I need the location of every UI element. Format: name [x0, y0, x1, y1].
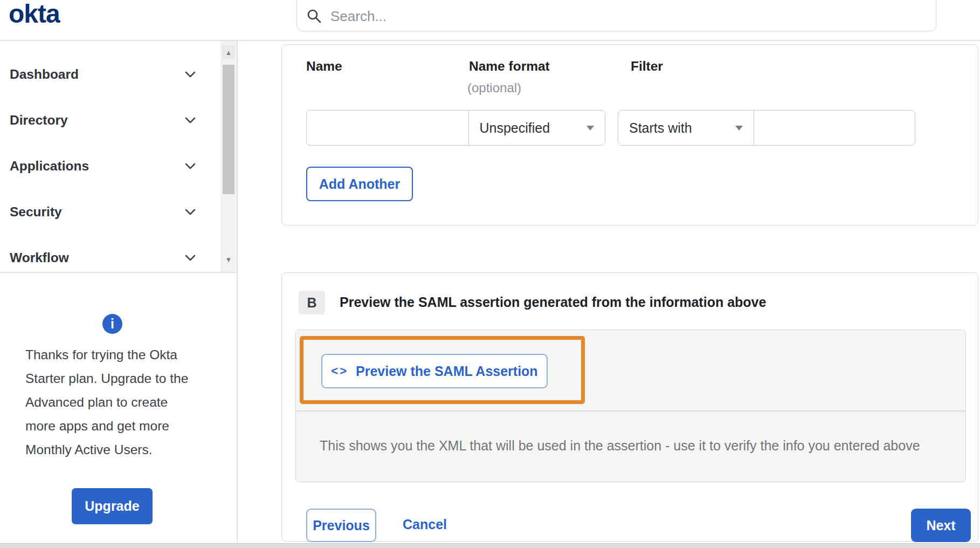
- name-column-label: Name: [306, 59, 342, 74]
- previous-button[interactable]: Previous: [306, 509, 376, 542]
- section-b-title: Preview the SAML assertion generated fro…: [340, 294, 766, 310]
- cancel-link[interactable]: Cancel: [403, 517, 447, 532]
- preview-saml-assertion-button[interactable]: <> Preview the SAML Assertion: [321, 354, 548, 388]
- sidebar-scrollbar[interactable]: ▲ ▼: [220, 41, 237, 272]
- saml-preview-card: B Preview the SAML assertion generated f…: [281, 272, 978, 542]
- search-icon: [307, 9, 322, 24]
- next-button[interactable]: Next: [911, 509, 971, 542]
- filter-column-label: Filter: [631, 59, 663, 74]
- panel-divider: [296, 410, 965, 412]
- sidebar-item-label: Security: [10, 204, 62, 220]
- saml-preview-panel: This shows you the XML that will be used…: [295, 330, 966, 482]
- sidebar-item-label: Applications: [10, 159, 89, 174]
- chevron-down-icon: [185, 255, 196, 261]
- search-input[interactable]: [329, 8, 926, 25]
- chevron-down-icon: [185, 117, 196, 124]
- upgrade-button[interactable]: Upgrade: [72, 488, 153, 524]
- header-divider: [0, 40, 980, 41]
- name-format-select[interactable]: Unspecified: [468, 110, 605, 146]
- sidebar-item-directory[interactable]: Directory: [10, 108, 196, 132]
- name-format-column-label: Name format: [469, 59, 550, 74]
- name-format-optional-label: (optional): [467, 80, 521, 95]
- sidebar-nav-divider: [0, 272, 237, 273]
- upgrade-message: Thanks for trying the Okta Starter plan.…: [25, 343, 196, 462]
- name-format-selected-value: Unspecified: [480, 120, 550, 136]
- sidebar-item-label: Workflow: [10, 250, 69, 265]
- info-icon: i: [102, 314, 122, 334]
- sidebar-item-workflow[interactable]: Workflow: [10, 246, 196, 270]
- code-brackets-icon: <>: [331, 364, 348, 378]
- sidebar-item-label: Dashboard: [10, 67, 79, 82]
- scroll-down-button[interactable]: ▼: [222, 252, 235, 266]
- saml-preview-note: This shows you the XML that will be used…: [320, 438, 920, 454]
- attribute-name-input[interactable]: [306, 110, 469, 146]
- chevron-down-icon: [185, 71, 196, 78]
- chevron-down-icon: [185, 163, 196, 169]
- preview-saml-button-label: Preview the SAML Assertion: [356, 364, 538, 379]
- filter-type-selected-value: Starts with: [629, 120, 692, 136]
- okta-logo: okta: [9, 0, 60, 29]
- window-bottom-strip: [0, 543, 980, 548]
- sidebar-item-security[interactable]: Security: [10, 200, 196, 224]
- sidebar-item-label: Directory: [10, 113, 68, 128]
- sidebar-item-dashboard[interactable]: Dashboard: [10, 63, 196, 86]
- sidebar-divider: [237, 40, 238, 543]
- scrollbar-thumb[interactable]: [223, 65, 234, 194]
- scroll-up-button[interactable]: ▲: [222, 45, 235, 59]
- sidebar-item-applications[interactable]: Applications: [10, 154, 196, 178]
- attribute-statements-card: Name Name format (optional) Filter Unspe…: [281, 44, 978, 225]
- caret-down-icon: [735, 126, 743, 131]
- global-search[interactable]: [296, 0, 936, 31]
- section-b-badge: B: [299, 291, 325, 314]
- okta-admin-app: okta Dashboard Directory Applications Se…: [0, 0, 980, 548]
- filter-type-select[interactable]: Starts with: [618, 110, 754, 146]
- caret-down-icon: [586, 126, 594, 131]
- filter-value-input[interactable]: [754, 110, 915, 146]
- chevron-down-icon: [185, 209, 196, 215]
- add-another-button[interactable]: Add Another: [306, 167, 413, 201]
